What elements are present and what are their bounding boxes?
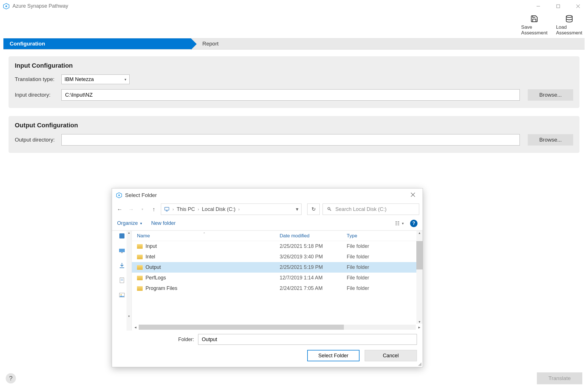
file-type: File folder: [347, 285, 423, 291]
breadcrumb-this-pc[interactable]: This PC: [177, 206, 195, 212]
organize-menu[interactable]: Organize▼: [117, 220, 143, 226]
column-date[interactable]: Date modified: [280, 233, 347, 239]
minimize-button[interactable]: [528, 0, 548, 13]
folder-icon: [137, 276, 143, 280]
file-row[interactable]: PerfLogs12/7/2019 1:14 AMFile folder: [132, 273, 423, 283]
app-icon: [3, 3, 10, 10]
nav-back-button[interactable]: ←: [115, 206, 124, 213]
file-name: PerfLogs: [146, 275, 166, 281]
resize-grip[interactable]: [417, 362, 421, 366]
address-dropdown-icon[interactable]: ▾: [296, 206, 298, 212]
breadcrumb-drive[interactable]: Local Disk (C:): [202, 206, 235, 212]
file-hscrollbar[interactable]: ◂ ▸: [132, 324, 423, 331]
main-toolbar: SaveAssessment LoadAssessment: [0, 13, 588, 38]
hscroll-left[interactable]: ◂: [132, 325, 139, 329]
folder-icon: [137, 265, 143, 270]
dialog-help-button[interactable]: ?: [410, 220, 417, 227]
folder-icon: [137, 255, 143, 259]
cancel-button[interactable]: Cancel: [365, 350, 417, 361]
load-sublabel: Assessment: [556, 30, 582, 36]
tree-pane[interactable]: ▴▾: [112, 231, 132, 331]
file-type: File folder: [347, 243, 423, 249]
hscroll-right[interactable]: ▸: [416, 325, 423, 329]
nav-up-button[interactable]: ↑: [149, 206, 158, 213]
maximize-button[interactable]: [548, 0, 568, 13]
select-folder-dialog: Select Folder ← → ▾ ↑ › This PC › Local …: [112, 188, 423, 367]
save-assessment-button[interactable]: SaveAssessment: [521, 15, 548, 36]
column-type[interactable]: Type: [347, 233, 423, 239]
svg-rect-15: [119, 249, 125, 252]
dialog-titlebar: Select Folder: [112, 188, 423, 202]
svg-point-8: [118, 194, 120, 196]
search-icon: 🔍︎: [327, 206, 332, 212]
input-browse-button[interactable]: Browse...: [528, 89, 573, 101]
file-date: 2/25/2021 5:18 PM: [280, 243, 347, 249]
svg-rect-14: [119, 233, 124, 238]
dialog-footer: Folder: Select Folder Cancel: [112, 331, 423, 367]
dialog-body: ▴▾ Name⌃ Date modified Type Input2/25/20…: [112, 231, 423, 331]
file-rows: Input2/25/2021 5:18 PMFile folderIntel3/…: [132, 241, 423, 294]
select-folder-button[interactable]: Select Folder: [307, 350, 360, 361]
chevron-down-icon: ▼: [401, 222, 404, 225]
refresh-button[interactable]: ↻: [307, 204, 320, 215]
titlebar: Azure Synapse Pathway: [0, 0, 588, 13]
output-config-title: Output Configuration: [15, 122, 573, 129]
help-button[interactable]: ?: [6, 373, 16, 383]
view-icon: ☷: [395, 220, 400, 227]
app-title: Azure Synapse Pathway: [13, 3, 68, 9]
file-date: 2/24/2021 7:05 AM: [280, 285, 347, 291]
file-row[interactable]: Output2/25/2021 5:19 PMFile folder: [132, 262, 423, 273]
load-assessment-button[interactable]: LoadAssessment: [556, 15, 582, 36]
save-icon: [530, 15, 538, 23]
chevron-down-icon: ▾: [124, 77, 126, 82]
downloads-icon: [119, 262, 125, 269]
load-icon: [565, 15, 573, 23]
desktop-icon: [119, 247, 125, 254]
nav-forward-button[interactable]: →: [127, 206, 135, 213]
documents-icon: [119, 277, 125, 284]
file-type: File folder: [347, 264, 423, 270]
translation-type-select[interactable]: IBM Netezza ▾: [61, 74, 130, 84]
dialog-close-button[interactable]: [407, 192, 419, 198]
content-area: Input Configuration Translation type: IB…: [0, 49, 588, 168]
file-date: 3/26/2019 3:40 PM: [280, 254, 347, 260]
column-name[interactable]: Name: [137, 233, 150, 238]
translation-type-value: IBM Netezza: [65, 76, 94, 82]
dialog-nav: ← → ▾ ↑ › This PC › Local Disk (C:) › ▾ …: [112, 202, 423, 216]
window-controls: [528, 0, 588, 13]
search-placeholder: Search Local Disk (C:): [335, 206, 387, 212]
dialog-title-text: Select Folder: [125, 192, 157, 198]
view-options-button[interactable]: ☷▼: [395, 220, 404, 227]
file-row[interactable]: Intel3/26/2019 3:40 PMFile folder: [132, 252, 423, 262]
output-browse-button[interactable]: Browse...: [528, 134, 573, 146]
file-name: Program Files: [146, 285, 177, 291]
tree-scrollbar[interactable]: ▴▾: [126, 231, 132, 331]
tabstrip: Configuration Report: [3, 38, 585, 49]
file-row[interactable]: Program Files2/24/2021 7:05 AMFile folde…: [132, 283, 423, 294]
input-config-panel: Input Configuration Translation type: IB…: [9, 56, 579, 108]
new-folder-button[interactable]: New folder: [151, 220, 176, 226]
folder-input[interactable]: [198, 334, 417, 345]
input-directory-field[interactable]: [61, 89, 520, 101]
close-button[interactable]: [568, 0, 588, 13]
chevron-down-icon: ▼: [140, 222, 143, 225]
tab-report[interactable]: Report: [191, 38, 585, 49]
pictures-icon: [119, 292, 125, 298]
file-name: Intel: [146, 254, 155, 260]
column-headers[interactable]: Name⌃ Date modified Type: [132, 231, 423, 241]
file-vscrollbar[interactable]: ▴▾: [416, 231, 423, 324]
translate-button[interactable]: Translate: [537, 372, 582, 384]
address-bar[interactable]: › This PC › Local Disk (C:) › ▾: [161, 204, 302, 215]
bottombar: ? Translate: [0, 369, 588, 388]
nav-recent-dropdown[interactable]: ▾: [138, 207, 147, 211]
file-type: File folder: [347, 275, 423, 281]
file-name: Output: [146, 264, 161, 270]
search-box[interactable]: 🔍︎ Search Local Disk (C:): [323, 204, 419, 215]
file-row[interactable]: Input2/25/2021 5:18 PMFile folder: [132, 241, 423, 252]
svg-rect-3: [557, 5, 560, 8]
output-directory-field[interactable]: [61, 134, 520, 146]
svg-point-22: [120, 294, 122, 295]
input-config-title: Input Configuration: [15, 62, 573, 69]
save-label: Save: [521, 24, 532, 30]
tab-configuration[interactable]: Configuration: [3, 38, 191, 49]
